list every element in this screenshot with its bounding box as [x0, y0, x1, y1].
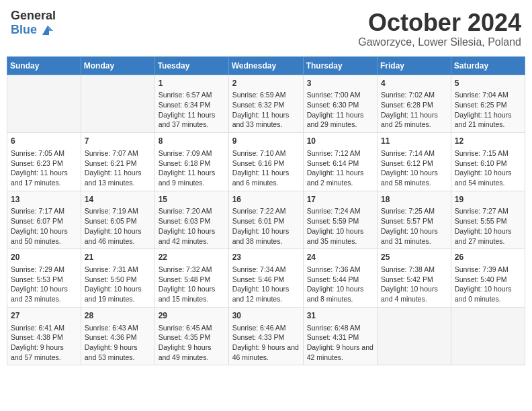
- calendar-cell: 12Sunrise: 7:15 AM Sunset: 6:10 PM Dayli…: [451, 133, 525, 191]
- calendar-cell: 22Sunrise: 7:32 AM Sunset: 5:48 PM Dayli…: [154, 249, 228, 308]
- day-number: 2: [232, 78, 300, 89]
- day-info: Sunrise: 6:59 AM Sunset: 6:32 PM Dayligh…: [232, 90, 300, 130]
- main-title: October 2024: [358, 9, 521, 36]
- calendar-week-row: 20Sunrise: 7:29 AM Sunset: 5:53 PM Dayli…: [7, 249, 525, 308]
- day-info: Sunrise: 7:29 AM Sunset: 5:53 PM Dayligh…: [11, 265, 77, 304]
- calendar-header-row: SundayMondayTuesdayWednesdayThursdayFrid…: [7, 56, 525, 75]
- day-info: Sunrise: 7:07 AM Sunset: 6:21 PM Dayligh…: [85, 148, 151, 188]
- day-number: 13: [11, 194, 77, 205]
- day-number: 14: [85, 194, 151, 205]
- day-info: Sunrise: 7:25 AM Sunset: 5:57 PM Dayligh…: [381, 206, 447, 246]
- day-number: 23: [232, 252, 300, 263]
- calendar-cell: 4Sunrise: 7:02 AM Sunset: 6:28 PM Daylig…: [378, 75, 451, 133]
- day-info: Sunrise: 7:14 AM Sunset: 6:12 PM Dayligh…: [381, 148, 447, 188]
- calendar-header-tuesday: Tuesday: [154, 56, 228, 75]
- calendar-cell: 27Sunrise: 6:41 AM Sunset: 4:38 PM Dayli…: [7, 307, 81, 365]
- logo-icon: [40, 23, 54, 38]
- day-info: Sunrise: 7:02 AM Sunset: 6:28 PM Dayligh…: [381, 90, 447, 130]
- day-number: 24: [307, 252, 373, 263]
- day-info: Sunrise: 7:17 AM Sunset: 6:07 PM Dayligh…: [11, 206, 77, 246]
- logo: General Blue: [11, 9, 56, 38]
- day-number: 16: [232, 194, 300, 205]
- calendar-cell: 20Sunrise: 7:29 AM Sunset: 5:53 PM Dayli…: [7, 249, 81, 308]
- day-info: Sunrise: 7:38 AM Sunset: 5:42 PM Dayligh…: [381, 265, 447, 304]
- day-info: Sunrise: 7:09 AM Sunset: 6:18 PM Dayligh…: [159, 148, 225, 188]
- day-info: Sunrise: 7:39 AM Sunset: 5:40 PM Dayligh…: [455, 265, 521, 304]
- day-number: 3: [307, 78, 373, 89]
- day-info: Sunrise: 7:04 AM Sunset: 6:25 PM Dayligh…: [455, 90, 521, 130]
- calendar-cell: 7Sunrise: 7:07 AM Sunset: 6:21 PM Daylig…: [81, 133, 154, 191]
- day-number: 1: [159, 78, 225, 89]
- day-number: 27: [11, 310, 77, 322]
- day-number: 31: [307, 310, 373, 322]
- day-info: Sunrise: 7:00 AM Sunset: 6:30 PM Dayligh…: [307, 90, 373, 130]
- day-number: 30: [232, 310, 300, 322]
- day-number: 4: [381, 78, 447, 89]
- calendar-header-saturday: Saturday: [451, 56, 525, 75]
- day-info: Sunrise: 7:36 AM Sunset: 5:44 PM Dayligh…: [307, 265, 373, 304]
- day-number: 12: [455, 136, 521, 147]
- calendar-header-thursday: Thursday: [303, 56, 377, 75]
- calendar-cell: 1Sunrise: 6:57 AM Sunset: 6:34 PM Daylig…: [154, 75, 228, 133]
- day-info: Sunrise: 7:05 AM Sunset: 6:23 PM Dayligh…: [11, 148, 77, 188]
- subtitle: Gaworzyce, Lower Silesia, Poland: [358, 36, 521, 48]
- day-info: Sunrise: 6:57 AM Sunset: 6:34 PM Dayligh…: [159, 90, 225, 130]
- calendar-cell: 18Sunrise: 7:25 AM Sunset: 5:57 PM Dayli…: [378, 191, 451, 249]
- logo-general: General: [11, 9, 56, 23]
- calendar-cell: 19Sunrise: 7:27 AM Sunset: 5:55 PM Dayli…: [451, 191, 525, 249]
- day-number: 17: [307, 194, 373, 205]
- day-number: 20: [11, 252, 77, 263]
- calendar-cell: 28Sunrise: 6:43 AM Sunset: 4:36 PM Dayli…: [81, 307, 154, 365]
- day-number: 15: [159, 194, 225, 205]
- calendar-header-sunday: Sunday: [7, 56, 81, 75]
- day-info: Sunrise: 7:34 AM Sunset: 5:46 PM Dayligh…: [232, 265, 300, 304]
- calendar-cell: 23Sunrise: 7:34 AM Sunset: 5:46 PM Dayli…: [228, 249, 303, 308]
- day-info: Sunrise: 7:12 AM Sunset: 6:14 PM Dayligh…: [307, 148, 373, 188]
- day-info: Sunrise: 7:31 AM Sunset: 5:50 PM Dayligh…: [85, 265, 151, 304]
- day-number: 19: [455, 194, 521, 205]
- calendar-cell: 10Sunrise: 7:12 AM Sunset: 6:14 PM Dayli…: [303, 133, 377, 191]
- calendar-cell: 31Sunrise: 6:48 AM Sunset: 4:31 PM Dayli…: [303, 307, 377, 365]
- day-info: Sunrise: 6:45 AM Sunset: 4:35 PM Dayligh…: [159, 323, 225, 363]
- calendar-header-wednesday: Wednesday: [228, 56, 303, 75]
- day-number: 5: [455, 78, 521, 89]
- calendar-cell: 2Sunrise: 6:59 AM Sunset: 6:32 PM Daylig…: [228, 75, 303, 133]
- day-number: 7: [85, 136, 151, 147]
- calendar-cell: [81, 75, 154, 133]
- day-number: 28: [85, 310, 151, 322]
- page-header: General Blue October 2024 Gaworzyce, Low…: [7, 7, 525, 51]
- calendar-cell: 11Sunrise: 7:14 AM Sunset: 6:12 PM Dayli…: [378, 133, 451, 191]
- calendar-cell: 9Sunrise: 7:10 AM Sunset: 6:16 PM Daylig…: [228, 133, 303, 191]
- calendar-cell: 3Sunrise: 7:00 AM Sunset: 6:30 PM Daylig…: [303, 75, 377, 133]
- day-number: 26: [455, 252, 521, 263]
- calendar-cell: 25Sunrise: 7:38 AM Sunset: 5:42 PM Dayli…: [378, 249, 451, 308]
- title-block: October 2024 Gaworzyce, Lower Silesia, P…: [358, 9, 521, 48]
- day-number: 25: [381, 252, 447, 263]
- day-number: 21: [85, 252, 151, 263]
- calendar-cell: 5Sunrise: 7:04 AM Sunset: 6:25 PM Daylig…: [451, 75, 525, 133]
- calendar-week-row: 27Sunrise: 6:41 AM Sunset: 4:38 PM Dayli…: [7, 307, 525, 365]
- calendar-cell: 14Sunrise: 7:19 AM Sunset: 6:05 PM Dayli…: [81, 191, 154, 249]
- day-info: Sunrise: 7:10 AM Sunset: 6:16 PM Dayligh…: [232, 148, 300, 188]
- day-info: Sunrise: 7:22 AM Sunset: 6:01 PM Dayligh…: [232, 206, 300, 246]
- calendar-cell: 24Sunrise: 7:36 AM Sunset: 5:44 PM Dayli…: [303, 249, 377, 308]
- calendar-cell: 29Sunrise: 6:45 AM Sunset: 4:35 PM Dayli…: [154, 307, 228, 365]
- day-info: Sunrise: 7:24 AM Sunset: 5:59 PM Dayligh…: [307, 206, 373, 246]
- day-info: Sunrise: 7:19 AM Sunset: 6:05 PM Dayligh…: [85, 206, 151, 246]
- day-number: 6: [11, 136, 77, 147]
- calendar-cell: [7, 75, 81, 133]
- day-number: 11: [381, 136, 447, 147]
- day-info: Sunrise: 7:20 AM Sunset: 6:03 PM Dayligh…: [159, 206, 225, 246]
- calendar-cell: 15Sunrise: 7:20 AM Sunset: 6:03 PM Dayli…: [154, 191, 228, 249]
- calendar-week-row: 13Sunrise: 7:17 AM Sunset: 6:07 PM Dayli…: [7, 191, 525, 249]
- day-number: 8: [159, 136, 225, 147]
- calendar-cell: 30Sunrise: 6:46 AM Sunset: 4:33 PM Dayli…: [228, 307, 303, 365]
- day-info: Sunrise: 7:27 AM Sunset: 5:55 PM Dayligh…: [455, 206, 521, 246]
- day-number: 18: [381, 194, 447, 205]
- day-info: Sunrise: 6:43 AM Sunset: 4:36 PM Dayligh…: [85, 323, 151, 363]
- calendar-cell: 8Sunrise: 7:09 AM Sunset: 6:18 PM Daylig…: [154, 133, 228, 191]
- calendar-header-monday: Monday: [81, 56, 154, 75]
- calendar-cell: 26Sunrise: 7:39 AM Sunset: 5:40 PM Dayli…: [451, 249, 525, 308]
- calendar-week-row: 1Sunrise: 6:57 AM Sunset: 6:34 PM Daylig…: [7, 75, 525, 133]
- day-info: Sunrise: 6:46 AM Sunset: 4:33 PM Dayligh…: [232, 323, 300, 363]
